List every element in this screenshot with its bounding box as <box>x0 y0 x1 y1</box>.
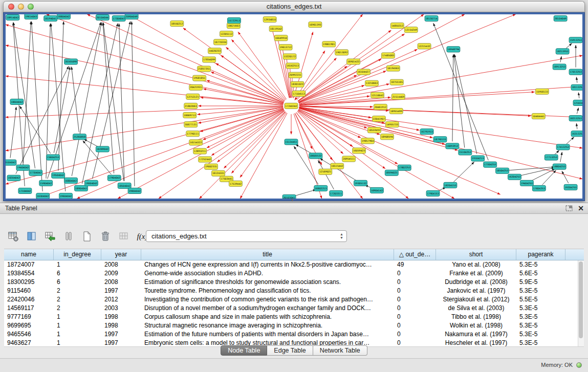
graph-node[interactable]: 18119542 <box>269 26 282 32</box>
graph-node[interactable]: 13220172 <box>283 54 296 59</box>
graph-node[interactable]: 12169021 <box>319 169 332 174</box>
graph-node[interactable]: 16124331 <box>212 170 225 176</box>
graph-node[interactable]: 20104044 <box>96 15 109 20</box>
graph-node[interactable]: 19013092 <box>335 50 349 55</box>
column-header[interactable]: title <box>141 249 394 260</box>
tab-network-table[interactable]: Network Table <box>313 345 367 356</box>
graph-node[interactable]: 16649910 <box>274 35 288 41</box>
graph-node[interactable]: 16770334 <box>214 39 227 45</box>
float-panel-icon[interactable] <box>565 205 573 211</box>
graph-node[interactable]: 20992231 <box>289 72 302 78</box>
close-panel-icon[interactable]: ✕ <box>578 205 584 212</box>
graph-node[interactable]: 18621663 <box>227 23 240 29</box>
graph-node[interactable]: 17539442 <box>229 181 242 186</box>
graph-node[interactable]: 16893912 <box>446 143 459 149</box>
graph-node[interactable]: 12215432 <box>418 43 431 49</box>
table-row[interactable]: 946554611997Estimation of the future num… <box>4 330 584 339</box>
graph-node[interactable]: 18204153 <box>444 182 457 188</box>
graph-node[interactable]: 18213253 <box>569 116 582 121</box>
graph-node[interactable]: 15904042 <box>39 180 53 186</box>
show-columns-button[interactable] <box>24 228 40 245</box>
zoom-window-icon[interactable] <box>28 4 34 10</box>
graph-node[interactable]: 17904042 <box>107 175 121 181</box>
graph-node[interactable]: 14955733 <box>385 122 399 127</box>
graph-node[interactable]: 18113253 <box>571 84 582 90</box>
graph-node[interactable]: 19581851 <box>193 75 206 81</box>
graph-node[interactable]: 17704042 <box>29 170 42 176</box>
graph-node[interactable]: 17304253 <box>484 162 497 167</box>
graph-node[interactable]: 18790133 <box>433 137 447 142</box>
graph-node[interactable]: 16059423 <box>353 148 366 154</box>
graph-node[interactable]: 25260858 <box>73 134 86 140</box>
graph-node[interactable]: 19604042 <box>59 193 73 199</box>
graph-node[interactable]: 16948794 <box>447 47 460 52</box>
graph-node[interactable]: 16204253 <box>508 174 521 180</box>
graph-node[interactable]: 17485083 <box>381 53 395 58</box>
graph-node[interactable]: 17790111 <box>186 131 200 137</box>
graph-node[interactable]: 18914042 <box>6 15 19 20</box>
graph-node[interactable]: 19104213 <box>471 156 485 161</box>
delete-rows-button[interactable] <box>97 228 114 245</box>
column-header[interactable]: in_degree <box>54 249 101 260</box>
graph-node[interactable]: 18669712 <box>183 113 197 118</box>
graph-node[interactable]: 12116642 <box>371 92 384 98</box>
graph-node[interactable]: 20904049 <box>125 14 138 19</box>
import-table-button[interactable] <box>42 228 58 245</box>
graph-node[interactable]: 17304041 <box>112 16 125 21</box>
graph-node[interactable]: 19404253 <box>520 180 533 186</box>
table-selector-dropdown[interactable]: citations_edges.txt ▲▼ <box>146 230 347 242</box>
table-vertical-scrollbar[interactable] <box>578 260 584 346</box>
table-row[interactable]: 1872400712008Changes of HCN gene express… <box>4 260 584 269</box>
delete-table-button[interactable] <box>116 228 132 245</box>
table-row[interactable]: 1938455462009Genome-wide association stu… <box>4 269 584 278</box>
graph-node[interactable]: 12103454 <box>573 100 582 105</box>
graph-node[interactable]: 18504042 <box>118 183 131 188</box>
graph-node[interactable]: 16304042 <box>36 193 50 199</box>
graph-node[interactable]: 17252442 <box>199 157 212 162</box>
graph-node[interactable]: 16791913 <box>420 129 433 135</box>
graph-node[interactable]: 19861901 <box>322 41 336 47</box>
graph-node[interactable]: 18904042 <box>75 185 88 191</box>
graph-node[interactable]: 12753121 <box>186 94 200 99</box>
graph-node[interactable]: 20103041 <box>282 194 296 199</box>
graph-node[interactable]: 17203311 <box>330 190 343 196</box>
graph-node[interactable]: 17413253 <box>556 144 570 150</box>
graph-node[interactable]: 19004042 <box>84 180 98 186</box>
graph-node[interactable]: 17713253 <box>545 155 558 160</box>
graph-node[interactable]: 12154249 <box>404 27 418 33</box>
graph-node[interactable]: 18955499 <box>389 108 403 114</box>
graph-node[interactable]: 16154322 <box>189 140 203 145</box>
graph-node[interactable]: 19204253 <box>564 184 577 190</box>
graph-node[interactable]: 13210663 <box>365 80 379 86</box>
graph-node[interactable]: 16162513 <box>286 63 299 69</box>
graph-node[interactable]: 16313253 <box>571 131 582 137</box>
graph-node[interactable]: 17240342 <box>285 103 298 108</box>
graph-node[interactable]: 18550212 <box>170 21 184 27</box>
graph-node[interactable]: 16194563 <box>386 65 400 71</box>
table-row[interactable]: 969969511998Structural magnetic resonanc… <box>4 321 584 330</box>
graph-node[interactable]: 16104042 <box>6 160 16 165</box>
graph-node[interactable]: 20461912 <box>374 104 387 110</box>
graph-node[interactable]: 15958133 <box>535 89 549 94</box>
graph-node[interactable]: 14020233 <box>208 48 222 54</box>
graph-node[interactable]: 19857964 <box>361 138 375 144</box>
new-table-button[interactable] <box>79 228 95 245</box>
graph-node[interactable]: 19614043 <box>25 14 38 19</box>
column-header[interactable]: △ out_de… <box>394 249 436 260</box>
graph-node[interactable]: 18755165 <box>390 79 403 85</box>
graph-node[interactable]: 18504253 <box>496 168 509 173</box>
window-titlebar[interactable]: citations_edges.txt <box>3 1 585 12</box>
graph-node[interactable]: 16961393 <box>309 22 322 28</box>
tab-node-table[interactable]: Node Table <box>221 345 267 356</box>
graph-node[interactable]: 18908594 <box>380 134 394 140</box>
graph-node[interactable]: 19305132 <box>354 180 367 186</box>
graph-node[interactable]: 17104042 <box>18 188 32 193</box>
graph-node[interactable]: 12934810 <box>263 17 276 23</box>
graph-node[interactable]: 30677131 <box>184 122 198 127</box>
graph-node[interactable]: 16901422 <box>347 59 360 64</box>
graph-node[interactable]: 18605532 <box>309 153 322 159</box>
graph-node[interactable]: 21514469 <box>391 94 405 99</box>
graph-node[interactable]: 20954511 <box>342 156 356 162</box>
graph-node[interactable]: 14850312 <box>390 23 404 29</box>
graph-node[interactable]: 17013253 <box>569 69 582 75</box>
